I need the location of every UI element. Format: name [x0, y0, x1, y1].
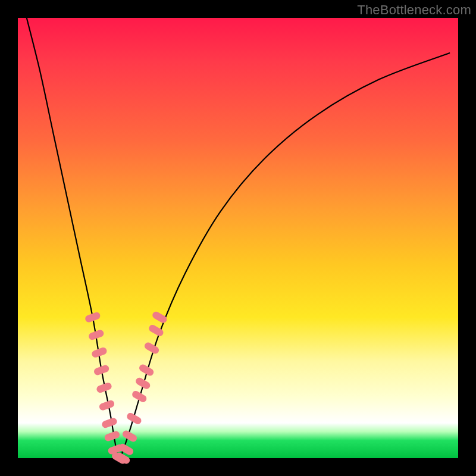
chart-svg — [18, 18, 458, 458]
marker-capsule — [131, 390, 148, 403]
marker-capsule — [143, 341, 161, 355]
watermark-text: TheBottleneck.com — [357, 2, 471, 18]
bottleneck-curve — [27, 18, 449, 458]
marker-capsule — [84, 311, 102, 323]
marker-capsule — [93, 364, 110, 376]
marker-capsule — [98, 399, 115, 411]
marker-capsule — [104, 430, 121, 442]
marker-capsule — [101, 417, 118, 429]
chart-frame — [18, 18, 458, 458]
marker-capsule — [151, 311, 168, 324]
